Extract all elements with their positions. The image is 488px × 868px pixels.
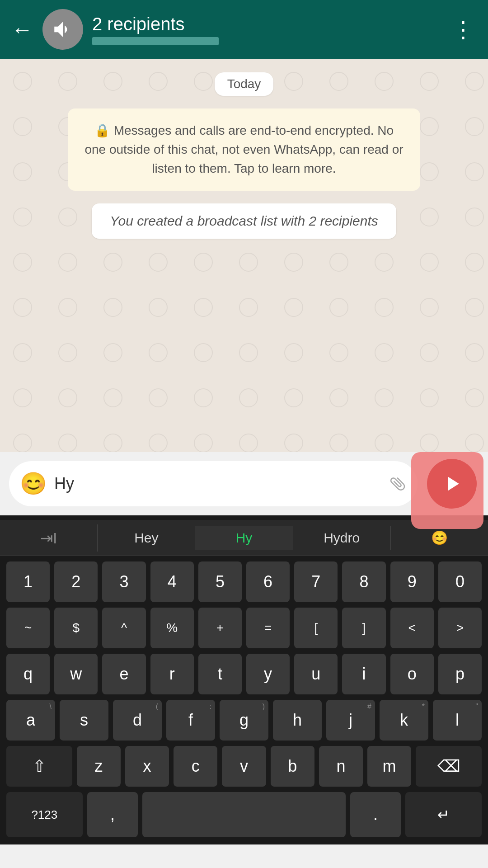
row-asdf: \a s (d :f )g h #j *k "l [0,697,488,743]
chat-area: Today 🔒 Messages and calls are end-to-en… [0,59,488,452]
symbols-key[interactable]: ?123 [6,792,83,837]
key-q[interactable]: q [6,654,50,694]
header: ← 2 recipients ⋮ [0,0,488,59]
broadcast-notice: You created a broadcast list with 2 reci… [92,203,396,239]
chat-title[interactable]: 2 recipients [92,14,441,34]
send-btn-container [425,457,479,511]
key-u[interactable]: u [294,654,338,694]
key-1[interactable]: 1 [6,561,50,602]
encryption-notice[interactable]: 🔒 Messages and calls are end-to-end encr… [68,108,420,191]
avatar[interactable] [42,9,83,50]
key-lt[interactable]: < [390,608,434,648]
key-plus[interactable]: + [198,608,242,648]
key-r[interactable]: r [150,654,194,694]
key-i[interactable]: i [342,654,385,694]
key-h[interactable]: h [273,700,322,741]
suggestion-hey[interactable]: Hey [98,526,195,550]
enter-key[interactable]: ↵ [405,792,482,837]
message-input[interactable] [54,474,381,493]
key-4[interactable]: 4 [150,561,194,602]
key-p[interactable]: p [438,654,482,694]
menu-button[interactable]: ⋮ [450,16,477,42]
row-zxcv: ⇧ z x c v b n m ⌫ [0,743,488,789]
key-s[interactable]: s [60,700,108,741]
back-button[interactable]: ← [11,17,33,42]
key-3[interactable]: 3 [102,561,145,602]
key-2[interactable]: 2 [54,561,98,602]
key-y[interactable]: y [246,654,290,694]
key-g[interactable]: )g [220,700,268,741]
bottom-row: ?123 , . ↵ [0,789,488,840]
keyboard: ⇥I Hey Hy Hydro 😊 1 2 3 4 5 6 7 8 9 0 ~ … [0,515,488,844]
key-percent[interactable]: % [150,608,194,648]
key-f[interactable]: :f [166,700,215,741]
key-c[interactable]: c [174,746,217,787]
message-input-wrapper: 😊 [9,461,418,506]
key-n[interactable]: n [319,746,363,787]
key-l[interactable]: "l [433,700,482,741]
space-key[interactable] [142,792,346,837]
key-gt[interactable]: > [438,608,482,648]
input-area: 😊 [0,452,488,515]
key-dollar[interactable]: $ [54,608,98,648]
key-period[interactable]: . [350,792,401,837]
broadcast-icon [52,18,74,41]
suggestion-hydro[interactable]: Hydro [293,526,391,550]
key-0[interactable]: 0 [438,561,482,602]
key-o[interactable]: o [390,654,434,694]
key-lbracket[interactable]: [ [294,608,338,648]
key-k[interactable]: *k [380,700,428,741]
key-t[interactable]: t [198,654,242,694]
row-qwerty: q w e r t y u i o p [0,651,488,697]
key-x[interactable]: x [125,746,169,787]
date-badge: Today [215,72,274,96]
key-a[interactable]: \a [6,700,55,741]
key-comma[interactable]: , [87,792,138,837]
attach-button[interactable] [385,471,411,497]
key-6[interactable]: 6 [246,561,290,602]
key-7[interactable]: 7 [294,561,338,602]
send-icon [440,472,464,496]
key-equals[interactable]: = [246,608,290,648]
header-info: 2 recipients [92,14,441,45]
key-5[interactable]: 5 [198,561,242,602]
key-v[interactable]: v [222,746,266,787]
suggestion-cursor: ⇥I [0,524,98,552]
key-8[interactable]: 8 [342,561,385,602]
suggestion-emoji[interactable]: 😊 [391,525,488,550]
key-j[interactable]: #j [326,700,375,741]
alt-number-row: ~ $ ^ % + = [ ] < > [0,605,488,651]
suggestion-hy[interactable]: Hy [195,526,293,550]
number-row: 1 2 3 4 5 6 7 8 9 0 [0,559,488,605]
key-w[interactable]: w [54,654,98,694]
send-button[interactable] [427,459,477,509]
key-e[interactable]: e [102,654,145,694]
shift-key[interactable]: ⇧ [6,746,72,787]
key-d[interactable]: (d [113,700,162,741]
header-subtitle-bar [92,37,219,45]
key-z[interactable]: z [77,746,121,787]
key-b[interactable]: b [271,746,314,787]
key-caret[interactable]: ^ [102,608,145,648]
backspace-key[interactable]: ⌫ [416,746,482,787]
key-rbracket[interactable]: ] [342,608,385,648]
key-9[interactable]: 9 [390,561,434,602]
emoji-button[interactable]: 😊 [20,471,47,496]
key-m[interactable]: m [367,746,411,787]
key-tilde[interactable]: ~ [6,608,50,648]
